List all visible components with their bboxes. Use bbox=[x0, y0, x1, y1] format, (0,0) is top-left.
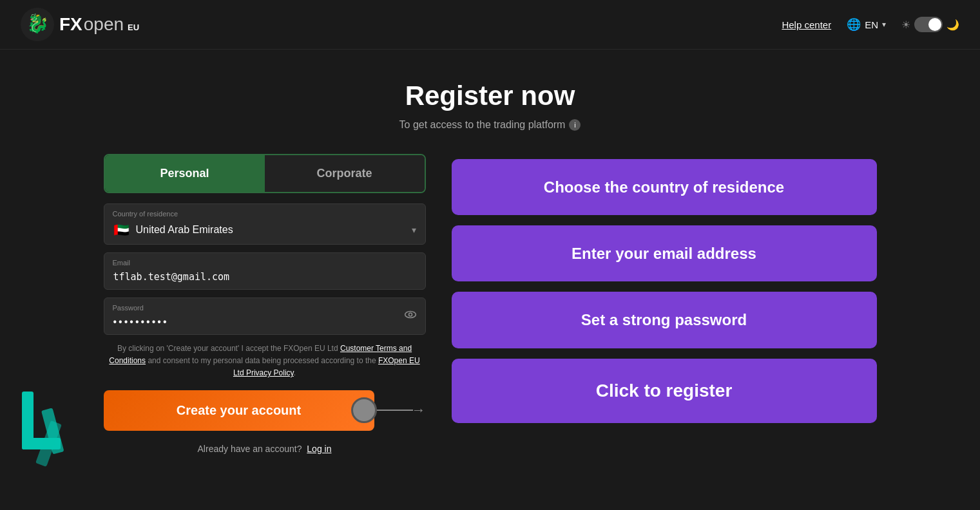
svg-point-3 bbox=[408, 313, 412, 316]
page-title: Register now bbox=[405, 80, 575, 111]
moon-icon: 🌙 bbox=[946, 19, 959, 31]
logo-open: open bbox=[84, 14, 124, 35]
create-account-button[interactable]: Create your account bbox=[104, 390, 374, 431]
form-section: Personal Corporate Country of residence … bbox=[104, 154, 426, 454]
hints-section: Choose the country of residence Enter yo… bbox=[452, 154, 877, 423]
tab-personal[interactable]: Personal bbox=[105, 155, 265, 192]
country-chevron-icon: ▾ bbox=[412, 225, 416, 235]
hint-email-button[interactable]: Enter your email address bbox=[452, 225, 877, 281]
tab-corporate[interactable]: Corporate bbox=[265, 155, 425, 192]
hint-register-button[interactable]: Click to register bbox=[452, 359, 877, 423]
arrow-right-icon: → bbox=[412, 402, 426, 419]
main-content: Register now To get access to the tradin… bbox=[0, 50, 980, 475]
terms-middle: and consent to my personal data being pr… bbox=[146, 356, 378, 365]
help-center-link[interactable]: Help center bbox=[782, 19, 831, 30]
header-right: Help center 🌐 EN ▾ ☀ 🌙 bbox=[782, 17, 959, 32]
content-area: Personal Corporate Country of residence … bbox=[104, 154, 877, 454]
dark-mode-toggle[interactable] bbox=[914, 17, 943, 32]
lang-selector[interactable]: 🌐 EN ▾ bbox=[847, 17, 886, 32]
already-account-text: Already have an account? Log in bbox=[104, 444, 426, 454]
logo-area: 🐉 FX open EU bbox=[21, 8, 139, 41]
password-visibility-toggle[interactable] bbox=[404, 308, 417, 325]
arrow-connector: → bbox=[374, 402, 426, 419]
country-value: United Arab Emirates bbox=[136, 224, 233, 236]
sun-icon: ☀ bbox=[901, 19, 910, 31]
chevron-down-icon: ▾ bbox=[882, 20, 886, 29]
theme-toggle: ☀ 🌙 bbox=[901, 17, 959, 32]
globe-icon: 🌐 bbox=[847, 17, 861, 32]
logo-fx: FX bbox=[59, 14, 82, 35]
create-account-row: Create your account → bbox=[104, 390, 426, 431]
terms-suffix: . bbox=[294, 368, 296, 377]
subtitle-text: To get access to the trading platform bbox=[399, 119, 566, 131]
connector-line bbox=[374, 410, 413, 411]
email-input[interactable] bbox=[104, 252, 426, 290]
create-btn-container: Create your account bbox=[104, 390, 374, 431]
terms-prefix: By clicking on 'Create your account' I a… bbox=[117, 344, 340, 353]
hint-country-button[interactable]: Choose the country of residence bbox=[452, 159, 877, 215]
decorative-logo bbox=[15, 385, 86, 471]
already-text: Already have an account? bbox=[198, 444, 302, 454]
toggle-thumb bbox=[928, 18, 941, 31]
info-icon[interactable]: i bbox=[569, 119, 581, 131]
lang-text: EN bbox=[865, 19, 878, 30]
svg-text:🐉: 🐉 bbox=[26, 13, 49, 34]
logo-eu: EU bbox=[128, 23, 139, 32]
password-field: Password bbox=[104, 298, 426, 335]
country-flag: 🇦🇪 bbox=[113, 222, 130, 238]
hint-password-button[interactable]: Set a strong password bbox=[452, 292, 877, 348]
terms-text: By clicking on 'Create your account' I a… bbox=[104, 343, 426, 380]
country-field: Country of residence 🇦🇪 United Arab Emir… bbox=[104, 203, 426, 245]
country-select[interactable]: 🇦🇪 United Arab Emirates ▾ bbox=[104, 203, 426, 245]
header: 🐉 FX open EU Help center 🌐 EN ▾ ☀ 🌙 bbox=[0, 0, 980, 50]
btn-circle-handle bbox=[351, 397, 377, 423]
logo-text: FX open EU bbox=[59, 14, 139, 35]
login-link[interactable]: Log in bbox=[307, 444, 331, 454]
tab-switcher: Personal Corporate bbox=[104, 154, 426, 193]
logo-dragon-icon: 🐉 bbox=[21, 8, 54, 41]
password-input[interactable] bbox=[104, 298, 426, 335]
svg-point-2 bbox=[405, 312, 416, 318]
page-subtitle: To get access to the trading platform i bbox=[399, 119, 581, 131]
email-field: Email bbox=[104, 252, 426, 290]
